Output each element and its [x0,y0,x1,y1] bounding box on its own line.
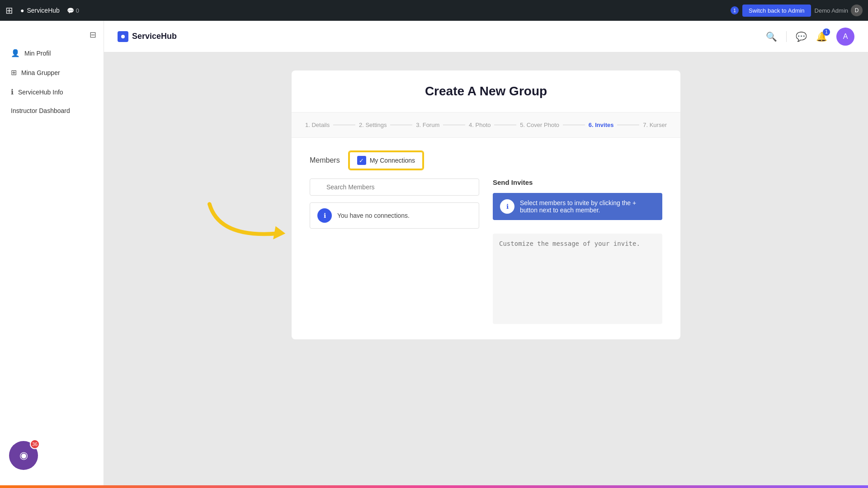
step-divider-2 [390,125,412,125]
header-notifications[interactable]: 🔔 1 [816,31,827,42]
step-photo[interactable]: 4. Photo [469,122,491,128]
page-title-section: Create A New Group [292,70,680,113]
logo-dot [121,35,125,38]
page-title: Create A New Group [310,84,662,99]
customize-message-textarea[interactable] [493,234,662,324]
admin-site-icon: ● [20,7,24,14]
header-messages-icon[interactable]: 💬 [796,31,807,42]
step-kurser[interactable]: 7. Kurser [643,122,667,128]
logo-icon [118,31,128,42]
sidebar: ⊟ 👤 Min Profil ⊞ Mina Grupper ℹ ServiceH… [0,21,104,488]
step-divider-3 [443,125,465,125]
header-user-avatar[interactable]: A [836,28,854,46]
logo-text: ServiceHub [132,32,177,41]
groups-icon: ⊞ [11,68,17,77]
no-connections-text: You have no connections. [337,212,410,219]
wordpress-icon[interactable]: ⊞ [5,5,13,16]
bottom-gradient-bar [0,485,868,488]
admin-site-name[interactable]: ● ServiceHub [20,7,60,14]
header-notif-badge: 1 [823,28,830,36]
steps-nav: 1. Details 2. Settings 3. Forum 4. Photo… [292,113,680,138]
step-cover-photo[interactable]: 5. Cover Photo [520,122,559,128]
sidebar-nav: 👤 Min Profil ⊞ Mina Grupper ℹ ServiceHub… [0,43,104,102]
page-card: Create A New Group 1. Details 2. Setting… [292,70,680,339]
step-divider-5 [563,125,585,125]
step-invites[interactable]: 6. Invites [589,122,614,128]
main-layout: ⊟ 👤 Min Profil ⊞ Mina Grupper ℹ ServiceH… [0,21,868,488]
no-connections-message: ℹ You have no connections. [310,202,479,229]
step-details[interactable]: 1. Details [305,122,330,128]
select-members-message: ℹ Select members to invite by clicking t… [493,193,662,220]
switch-back-admin-button[interactable]: Switch back to Admin [742,5,811,17]
my-connections-button[interactable]: ✓ My Connections [349,151,423,169]
members-label: Members [310,156,340,164]
site-header: ServiceHub 🔍 💬 🔔 1 A [104,21,868,52]
invites-two-col: 🔍 ℹ You have no connections. Send Invite… [310,178,662,326]
send-invites-title: Send Invites [493,178,662,186]
select-members-text: Select members to invite by clicking the… [520,199,655,214]
members-col: 🔍 ℹ You have no connections. [310,178,479,326]
admin-bar: ⊞ ● ServiceHub 💬 0 1 Switch back to Admi… [0,0,868,21]
my-connections-label: My Connections [370,157,415,164]
sidebar-bottom: ◉ 36 [0,432,104,479]
checkbox-checked-icon: ✓ [357,156,366,165]
content-area: ServiceHub 🔍 💬 🔔 1 A Create A New Group [104,21,868,488]
avatar-badge: 36 [30,439,40,449]
page-content: Create A New Group 1. Details 2. Setting… [104,52,868,357]
info-icon: ℹ [11,88,14,96]
invites-tabs: Members ✓ My Connections [310,151,662,169]
sidebar-toggle[interactable]: ⊟ [90,30,96,40]
site-logo: ServiceHub [118,31,177,42]
select-members-info-icon: ℹ [500,199,514,214]
user-avatar-widget[interactable]: ◉ 36 [9,441,38,470]
admin-avatar-small: D [851,5,863,16]
admin-notification-badge: 1 [731,6,739,14]
admin-comments[interactable]: 💬 0 [67,7,79,14]
invites-section: Members ✓ My Connections 🔍 [292,138,680,339]
header-search-icon[interactable]: 🔍 [766,31,777,42]
header-divider-1 [786,31,787,42]
step-divider-1 [333,125,355,125]
demo-admin-menu[interactable]: Demo Admin D [815,5,863,16]
sidebar-instructor-dashboard[interactable]: Instructor Dashboard [0,102,104,120]
send-invites-col: Send Invites ℹ Select members to invite … [493,178,662,326]
sidebar-item-my-profile[interactable]: 👤 Min Profil [0,43,104,63]
sidebar-item-servicehub-info[interactable]: ℹ ServiceHub Info [0,82,104,102]
avatar-icon: ◉ [19,450,28,461]
search-members-input[interactable] [310,178,479,196]
step-divider-6 [617,125,639,125]
no-connections-info-icon: ℹ [317,208,332,223]
profile-icon: 👤 [11,49,20,57]
search-wrapper: 🔍 [310,178,479,196]
sidebar-item-my-groups[interactable]: ⊞ Mina Grupper [0,63,104,82]
step-forum[interactable]: 3. Forum [416,122,439,128]
step-divider-4 [494,125,516,125]
header-actions: 🔍 💬 🔔 1 A [766,28,854,46]
step-settings[interactable]: 2. Settings [359,122,387,128]
